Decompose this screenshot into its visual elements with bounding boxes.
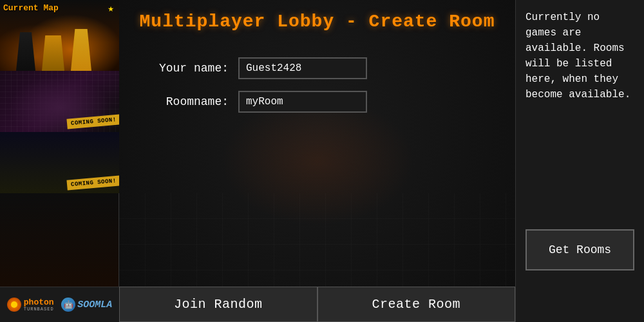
page-title: Multiplayer Lobby - Create Room	[119, 0, 515, 38]
right-panel: Currently no games are available. Rooms …	[515, 0, 644, 322]
name-label: Your name:	[145, 62, 229, 75]
form-area: Your name: Roomname:	[119, 38, 515, 132]
room-label: Roomname:	[145, 95, 229, 108]
roomname-input[interactable]	[238, 91, 367, 113]
soomla-logo: 🤖 SOOMLA	[61, 298, 112, 312]
name-row: Your name:	[145, 57, 489, 79]
photon-text: photon TURNBASED	[24, 298, 54, 312]
rooms-info: Currently no games are available. Rooms …	[516, 0, 644, 223]
animatronic-2	[42, 35, 64, 71]
map-panel: Current Map ★	[0, 0, 119, 71]
sidebar: Current Map ★ COMING SOON! COMING SOON! …	[0, 0, 119, 322]
soomla-word: SOOMLA	[77, 299, 112, 310]
photon-sub: TURNBASED	[24, 307, 54, 312]
join-random-button[interactable]: Join Random	[119, 287, 317, 322]
photon-logo: photon TURNBASED	[7, 298, 54, 312]
get-rooms-button[interactable]: Get Rooms	[526, 229, 634, 270]
create-room-button[interactable]: Create Room	[317, 287, 516, 322]
photon-icon	[7, 298, 21, 312]
star-icon: ★	[108, 2, 114, 15]
thumbnail-1: COMING SOON!	[0, 71, 119, 132]
map-label: Current Map	[3, 3, 59, 13]
logos-bar: photon TURNBASED 🤖 SOOMLA	[0, 287, 119, 322]
photon-word: photon	[24, 298, 54, 307]
thumbnail-2: COMING SOON!	[0, 132, 119, 193]
bottom-buttons: Join Random Create Room	[119, 287, 515, 322]
center-content: Multiplayer Lobby - Create Room Your nam…	[119, 0, 515, 322]
rooms-message: Currently no games are available. Rooms …	[526, 12, 630, 100]
room-row: Roomname:	[145, 91, 489, 113]
soomla-icon: 🤖	[61, 298, 75, 312]
main-container: Current Map ★ COMING SOON! COMING SOON! …	[0, 0, 644, 322]
name-input[interactable]	[238, 57, 367, 79]
